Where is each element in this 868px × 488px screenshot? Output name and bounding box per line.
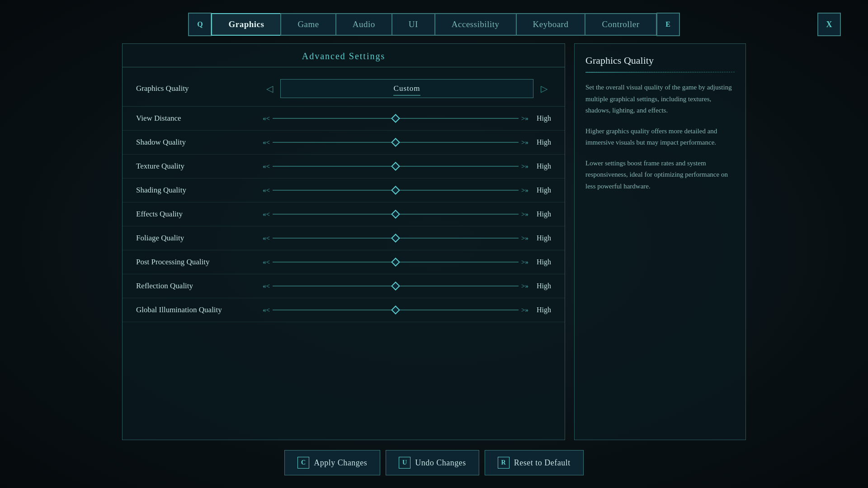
info-divider — [585, 72, 735, 73]
foliage-quality-value: High — [528, 234, 551, 242]
info-description-2: Higher graphics quality offers more deta… — [585, 126, 735, 149]
post-processing-quality-slider[interactable]: «< >» — [263, 257, 528, 267]
main-content: Advanced Settings Graphics Quality ◁ Cus… — [122, 43, 746, 440]
graphics-quality-next[interactable]: ▷ — [537, 81, 551, 96]
shadow-quality-thumb — [391, 138, 400, 147]
reflection-quality-right-arrows[interactable]: >» — [521, 282, 528, 290]
setting-row-shading-quality: Shading Quality «< >» High — [123, 178, 565, 202]
view-distance-thumb — [391, 114, 400, 123]
nav-tabs: Graphics Game Audio UI Accessibility Key… — [212, 13, 656, 36]
effects-quality-left-arrows[interactable]: «< — [263, 211, 270, 218]
setting-row-effects-quality: Effects Quality «< >» High — [123, 202, 565, 226]
undo-label: Undo Changes — [415, 458, 466, 468]
shadow-quality-value: High — [528, 138, 551, 146]
setting-row-texture-quality: Texture Quality «< >» High — [123, 155, 565, 178]
tab-controller[interactable]: Controller — [585, 13, 656, 36]
texture-quality-track — [273, 161, 519, 172]
setting-row-shadow-quality: Shadow Quality «< >» High — [123, 131, 565, 155]
info-description-3: Lower settings boost frame rates and sys… — [585, 158, 735, 192]
global-illumination-quality-slider[interactable]: «< >» — [263, 305, 528, 315]
shadow-quality-track — [273, 137, 519, 148]
top-nav: Q Graphics Game Audio UI Accessibility K… — [0, 13, 868, 36]
foliage-quality-track — [273, 233, 519, 244]
texture-quality-value: High — [528, 162, 551, 170]
tab-keyboard[interactable]: Keyboard — [516, 13, 586, 36]
shadow-quality-label: Shadow Quality — [136, 138, 263, 147]
reflection-quality-value: High — [528, 282, 551, 290]
post-processing-quality-track — [273, 257, 519, 267]
global-illumination-quality-left-arrows[interactable]: «< — [263, 306, 270, 314]
shading-quality-slider[interactable]: «< >» — [263, 185, 528, 196]
nav-q-button[interactable]: Q — [188, 13, 212, 36]
reflection-quality-thumb — [391, 282, 400, 291]
shading-quality-value: High — [528, 186, 551, 194]
foliage-quality-right-arrows[interactable]: >» — [521, 235, 528, 242]
foliage-quality-slider[interactable]: «< >» — [263, 233, 528, 244]
left-panel: Advanced Settings Graphics Quality ◁ Cus… — [122, 43, 565, 440]
page-wrapper: Q Graphics Game Audio UI Accessibility K… — [0, 0, 868, 488]
global-illumination-quality-label: Global Illumination Quality — [136, 305, 263, 314]
shadow-quality-slider[interactable]: «< >» — [263, 137, 528, 148]
reset-label: Reset to Default — [514, 458, 571, 468]
texture-quality-label: Texture Quality — [136, 162, 263, 171]
tab-accessibility[interactable]: Accessibility — [434, 13, 517, 36]
foliage-quality-label: Foliage Quality — [136, 234, 263, 243]
bottom-bar: C Apply Changes U Undo Changes R Reset t… — [284, 440, 583, 488]
texture-quality-left-arrows[interactable]: «< — [263, 163, 270, 170]
view-distance-track — [273, 113, 519, 124]
view-distance-left-arrows[interactable]: «< — [263, 115, 270, 122]
shadow-quality-right-arrows[interactable]: >» — [521, 139, 528, 146]
reflection-quality-label: Reflection Quality — [136, 282, 263, 291]
view-distance-slider[interactable]: «< >» — [263, 113, 528, 124]
graphics-quality-selector: ◁ Custom ▷ — [263, 79, 551, 98]
texture-quality-right-arrows[interactable]: >» — [521, 163, 528, 170]
tab-graphics[interactable]: Graphics — [211, 13, 281, 36]
settings-list: Graphics Quality ◁ Custom ▷ View Distanc… — [123, 67, 565, 440]
global-illumination-quality-value: High — [528, 306, 551, 314]
post-processing-quality-thumb — [391, 258, 400, 267]
view-distance-right-arrows[interactable]: >» — [521, 115, 528, 122]
shading-quality-right-arrows[interactable]: >» — [521, 187, 528, 194]
setting-row-graphics-quality: Graphics Quality ◁ Custom ▷ — [123, 71, 565, 107]
shading-quality-left-arrows[interactable]: «< — [263, 187, 270, 194]
shadow-quality-left-arrows[interactable]: «< — [263, 139, 270, 146]
global-illumination-quality-right-arrows[interactable]: >» — [521, 306, 528, 314]
foliage-quality-left-arrows[interactable]: «< — [263, 235, 270, 242]
post-processing-quality-right-arrows[interactable]: >» — [521, 258, 528, 266]
nav-e-button[interactable]: E — [656, 13, 680, 36]
graphics-quality-label: Graphics Quality — [136, 84, 263, 93]
post-processing-quality-value: High — [528, 258, 551, 266]
texture-quality-thumb — [391, 162, 400, 171]
panel-header: Advanced Settings — [123, 44, 565, 67]
reset-key-label: R — [498, 457, 509, 469]
shading-quality-label: Shading Quality — [136, 186, 263, 195]
apply-key-label: C — [297, 457, 309, 469]
tab-game[interactable]: Game — [280, 13, 336, 36]
graphics-quality-value: Custom — [280, 79, 533, 98]
tab-ui[interactable]: UI — [392, 13, 435, 36]
reflection-quality-slider[interactable]: «< >» — [263, 281, 528, 291]
reset-to-default-button[interactable]: R Reset to Default — [485, 450, 584, 475]
reflection-quality-track — [273, 281, 519, 291]
apply-changes-button[interactable]: C Apply Changes — [284, 450, 380, 475]
graphics-quality-prev[interactable]: ◁ — [263, 81, 277, 96]
apply-label: Apply Changes — [314, 458, 367, 468]
texture-quality-slider[interactable]: «< >» — [263, 161, 528, 172]
post-processing-quality-left-arrows[interactable]: «< — [263, 258, 270, 266]
effects-quality-value: High — [528, 210, 551, 218]
setting-row-view-distance: View Distance «< >» High — [123, 107, 565, 131]
undo-changes-button[interactable]: U Undo Changes — [386, 450, 479, 475]
right-panel: Graphics Quality Set the overall visual … — [574, 43, 746, 440]
shading-quality-track — [273, 185, 519, 196]
view-distance-value: High — [528, 114, 551, 122]
global-illumination-quality-thumb — [391, 305, 400, 314]
effects-quality-right-arrows[interactable]: >» — [521, 211, 528, 218]
effects-quality-label: Effects Quality — [136, 210, 263, 219]
info-title: Graphics Quality — [585, 55, 735, 66]
close-button[interactable]: X — [817, 13, 841, 36]
reflection-quality-left-arrows[interactable]: «< — [263, 282, 270, 290]
tab-audio[interactable]: Audio — [335, 13, 392, 36]
effects-quality-thumb — [391, 210, 400, 219]
setting-row-foliage-quality: Foliage Quality «< >» High — [123, 226, 565, 250]
effects-quality-slider[interactable]: «< >» — [263, 209, 528, 220]
